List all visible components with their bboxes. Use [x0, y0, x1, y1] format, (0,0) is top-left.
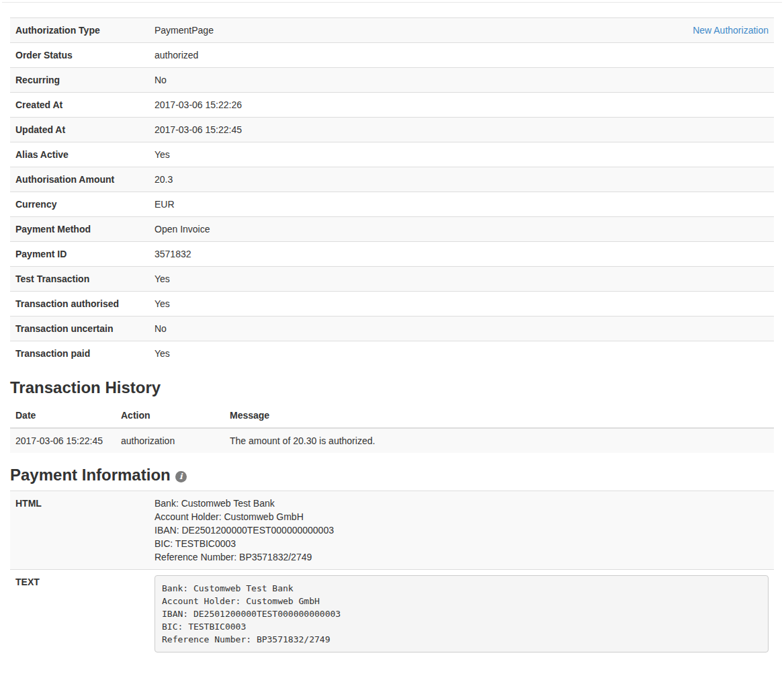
field-value: PaymentPage	[149, 18, 626, 43]
table-row: Created At 2017-03-06 15:22:26	[10, 93, 774, 118]
field-label: Payment ID	[10, 242, 149, 267]
row-action-cell: New Authorization	[626, 18, 774, 43]
history-message: The amount of 20.30 is authorized.	[224, 428, 774, 453]
field-label: Currency	[10, 192, 149, 217]
table-row: TEXT Bank: Customweb Test Bank Account H…	[10, 570, 774, 659]
field-value: authorized	[149, 43, 774, 68]
table-row: Payment ID 3571832	[10, 242, 774, 267]
payment-information-table: HTML Bank: Customweb Test Bank Account H…	[10, 491, 774, 658]
field-value: EUR	[149, 192, 774, 217]
table-row: Authorization Type PaymentPage New Autho…	[10, 18, 774, 43]
new-authorization-link[interactable]: New Authorization	[693, 25, 769, 36]
table-row: Payment Method Open Invoice	[10, 217, 774, 242]
transaction-history-table: Date Action Message 2017-03-06 15:22:45 …	[10, 403, 774, 453]
payment-info-text-block: Bank: Customweb Test Bank Account Holder…	[155, 575, 769, 652]
field-label: Transaction uncertain	[10, 316, 149, 341]
field-value: No	[149, 68, 774, 93]
field-label: Transaction authorised	[10, 292, 149, 316]
field-label: Transaction paid	[10, 341, 149, 366]
field-value: 3571832	[149, 242, 774, 267]
transaction-history-title: Transaction History	[10, 379, 774, 396]
column-header-date: Date	[10, 403, 116, 428]
field-label: Authorization Type	[10, 18, 149, 43]
field-value: 2017-03-06 15:22:45	[149, 118, 774, 142]
table-row: Transaction paid Yes	[10, 341, 774, 366]
table-row: Alias Active Yes	[10, 142, 774, 167]
field-value: Yes	[149, 142, 774, 167]
field-value: No	[149, 316, 774, 341]
payment-info-text-cell: Bank: Customweb Test Bank Account Holder…	[149, 570, 774, 659]
table-row: Recurring No	[10, 68, 774, 93]
payment-info-html-block: Bank: Customweb Test Bank Account Holder…	[149, 491, 774, 570]
reference-number-line: Reference Number: BP3571832/2749	[155, 550, 769, 564]
field-value: Open Invoice	[149, 217, 774, 242]
table-row: 2017-03-06 15:22:45 authorization The am…	[10, 428, 774, 453]
table-row: Transaction authorised Yes	[10, 292, 774, 316]
payment-information-title-text: Payment Information	[10, 466, 171, 484]
table-row: Test Transaction Yes	[10, 267, 774, 292]
history-action: authorization	[116, 428, 224, 453]
field-value: Yes	[149, 341, 774, 366]
payment-information-title: Payment Informationi	[10, 466, 774, 484]
bank-line: Bank: Customweb Test Bank	[155, 497, 769, 510]
field-label: HTML	[10, 491, 149, 570]
iban-line: IBAN: DE2501200000TEST000000000003	[155, 523, 769, 537]
account-holder-line: Account Holder: Customweb GmbH	[155, 510, 769, 523]
table-row: Authorisation Amount 20.3	[10, 167, 774, 192]
table-header-row: Date Action Message	[10, 403, 774, 428]
transaction-details-table: Authorization Type PaymentPage New Autho…	[10, 17, 774, 366]
order-detail-page: Authorization Type PaymentPage New Autho…	[0, 17, 784, 658]
column-header-message: Message	[224, 403, 774, 428]
field-label: Updated At	[10, 118, 149, 142]
field-label: Order Status	[10, 43, 149, 68]
field-label: TEXT	[10, 570, 149, 659]
field-label: Authorisation Amount	[10, 167, 149, 192]
info-icon[interactable]: i	[175, 471, 187, 482]
history-date: 2017-03-06 15:22:45	[10, 428, 116, 453]
table-row: Order Status authorized	[10, 43, 774, 68]
table-row: Updated At 2017-03-06 15:22:45	[10, 118, 774, 142]
field-label: Alias Active	[10, 142, 149, 167]
bic-line: BIC: TESTBIC0003	[155, 537, 769, 550]
field-label: Recurring	[10, 68, 149, 93]
table-row: HTML Bank: Customweb Test Bank Account H…	[10, 491, 774, 570]
column-header-action: Action	[116, 403, 224, 428]
top-divider	[2, 2, 782, 3]
field-value: 2017-03-06 15:22:26	[149, 93, 774, 118]
table-row: Currency EUR	[10, 192, 774, 217]
field-label: Created At	[10, 93, 149, 118]
field-value: 20.3	[149, 167, 774, 192]
field-label: Test Transaction	[10, 267, 149, 292]
field-value: Yes	[149, 267, 774, 292]
field-value: Yes	[149, 292, 774, 316]
field-label: Payment Method	[10, 217, 149, 242]
table-row: Transaction uncertain No	[10, 316, 774, 341]
